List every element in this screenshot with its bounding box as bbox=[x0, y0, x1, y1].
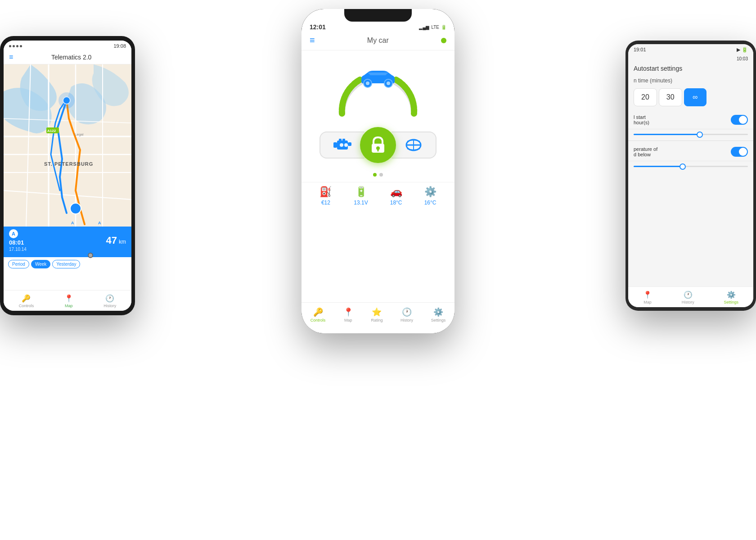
history-icon: 🕐 bbox=[105, 294, 114, 303]
center-hamburger-icon[interactable]: ≡ bbox=[310, 35, 315, 45]
section-title-time: n time (minutes) bbox=[628, 76, 753, 86]
temp-out-icon: 🚗 bbox=[390, 186, 402, 198]
left-status-bar: 19:08 bbox=[4, 41, 131, 51]
remote-icon bbox=[404, 137, 423, 153]
left-phone: 19:08 ≡ Telematics 2.0 bbox=[0, 36, 135, 315]
svg-point-29 bbox=[344, 143, 348, 147]
center-nav-history[interactable]: 🕐 History bbox=[400, 307, 413, 322]
left-bottom-nav: 🔑 Controls 📍 Map 🕐 History bbox=[4, 290, 131, 311]
center-phone: 12:01 ▂▄▆ LTE 🔋 ≡ My car bbox=[302, 9, 454, 333]
dot-inactive bbox=[379, 173, 383, 177]
key-icon: 🔑 bbox=[22, 294, 31, 303]
svg-text:Legal: Legal bbox=[75, 132, 84, 136]
status-item-temp-out: 🚗 18°C bbox=[390, 186, 402, 206]
trip-time: 08:01 bbox=[9, 239, 24, 246]
car-icon bbox=[358, 66, 398, 93]
right-time: 19:01 bbox=[634, 47, 646, 53]
car-gauge-section bbox=[302, 50, 454, 123]
center-status-icons: ▂▄▆ LTE 🔋 bbox=[419, 25, 446, 30]
center-bottom-nav: 🔑 Controls 📍 Map ⭐ Rating 🕐 History ⚙️ S… bbox=[302, 302, 454, 333]
right-app-title: Autostart settings bbox=[634, 65, 682, 72]
center-screen: 12:01 ▂▄▆ LTE 🔋 ≡ My car bbox=[302, 9, 454, 333]
right-nav-map[interactable]: 📍 Map bbox=[643, 290, 652, 304]
right-nav-history[interactable]: 🕐 History bbox=[682, 290, 694, 304]
svg-rect-27 bbox=[348, 142, 351, 146]
trip-unit: km bbox=[119, 239, 126, 245]
notch bbox=[344, 9, 412, 22]
left-app-header: ≡ Telematics 2.0 bbox=[4, 51, 131, 64]
svg-point-20 bbox=[366, 82, 369, 85]
slider-fill-1 bbox=[634, 134, 702, 135]
battery-status-icon: 🔋 bbox=[355, 186, 367, 198]
fuel-icon: ⛽ bbox=[320, 186, 332, 198]
dot2 bbox=[13, 45, 15, 47]
setting-row-1: l starthour(s) bbox=[628, 111, 753, 129]
slider-row-1 bbox=[628, 129, 753, 139]
time-btn-inf[interactable]: ∞ bbox=[684, 88, 706, 106]
left-app-title: Telematics 2.0 bbox=[17, 54, 126, 61]
toggle-1[interactable] bbox=[731, 115, 748, 125]
slider-row-2 bbox=[628, 161, 753, 171]
svg-text:A122: A122 bbox=[47, 129, 56, 133]
period-btn-week[interactable]: Week bbox=[31, 260, 50, 268]
dot-active bbox=[373, 173, 377, 177]
period-bar: Period Week Yesterday bbox=[4, 257, 131, 271]
center-nav-rating-label: Rating bbox=[371, 318, 382, 322]
lock-btn[interactable] bbox=[360, 127, 396, 163]
right-screen: 19:01 ▶ 🔋 10:03 Autostart settings n tim… bbox=[628, 44, 753, 307]
slider-thumb-1[interactable] bbox=[697, 132, 703, 138]
right-battery-time: 10:03 bbox=[628, 55, 753, 63]
remote-btn[interactable] bbox=[392, 132, 436, 159]
signal-icon: ▂▄▆ bbox=[419, 25, 429, 30]
nav-label-history: History bbox=[104, 304, 116, 308]
nav-item-history[interactable]: 🕐 History bbox=[104, 294, 116, 308]
center-settings-icon: ⚙️ bbox=[433, 307, 443, 317]
center-nav-map-label: Map bbox=[344, 318, 352, 322]
battery-icon: 🔋 bbox=[441, 25, 446, 30]
time-btn-30-label: 30 bbox=[666, 93, 675, 101]
trip-info-bar: A 08:01 17.10.14 47 km bbox=[4, 227, 131, 254]
temp-out-value: 18°C bbox=[390, 200, 402, 206]
toggle-2[interactable] bbox=[731, 147, 748, 157]
center-nav-rating[interactable]: ⭐ Rating bbox=[371, 307, 382, 322]
period-btn-yesterday[interactable]: Yesterday bbox=[52, 260, 80, 268]
map-svg: A A ST. PETERSBURG A122 Legal bbox=[4, 64, 131, 227]
status-values-row: ⛽ €12 🔋 13.1V 🚗 18°C ⚙️ 16°C bbox=[302, 182, 454, 213]
nav-item-controls[interactable]: 🔑 Controls bbox=[19, 294, 34, 308]
center-time: 12:01 bbox=[310, 23, 326, 31]
slider-thumb-2[interactable] bbox=[680, 163, 686, 170]
battery-time-label: 10:03 bbox=[737, 56, 748, 61]
time-btn-30[interactable]: 30 bbox=[659, 88, 682, 106]
right-nav-map-label: Map bbox=[644, 300, 652, 304]
time-btn-20-label: 20 bbox=[641, 93, 649, 101]
time-btn-20[interactable]: 20 bbox=[634, 88, 657, 106]
center-nav-settings-label: Settings bbox=[431, 318, 446, 322]
center-nav-controls[interactable]: 🔑 Controls bbox=[310, 307, 326, 322]
right-nav-settings[interactable]: ⚙️ Settings bbox=[724, 290, 739, 304]
slider-track-2 bbox=[634, 166, 748, 167]
dot3 bbox=[16, 45, 18, 47]
center-map-icon: 📍 bbox=[343, 307, 353, 317]
signal-dots bbox=[9, 45, 22, 47]
period-btn-period[interactable]: Period bbox=[8, 260, 29, 268]
progress-thumb[interactable] bbox=[88, 253, 93, 258]
nav-label-controls: Controls bbox=[19, 304, 34, 308]
svg-rect-26 bbox=[342, 139, 345, 141]
nav-item-map[interactable]: 📍 Map bbox=[64, 294, 73, 308]
center-nav-settings[interactable]: ⚙️ Settings bbox=[431, 307, 446, 322]
right-app-header: Autostart settings bbox=[628, 63, 753, 76]
map-icon: 📍 bbox=[64, 294, 73, 303]
lock-icon bbox=[370, 136, 386, 154]
svg-rect-25 bbox=[339, 139, 342, 141]
center-nav-map[interactable]: 📍 Map bbox=[343, 307, 353, 322]
trip-badge: A bbox=[9, 229, 18, 238]
lock-section bbox=[302, 123, 454, 168]
slider-fill-2 bbox=[634, 166, 685, 167]
temp-in-value: 16°C bbox=[424, 200, 436, 206]
hamburger-icon[interactable]: ≡ bbox=[9, 53, 13, 61]
map-area[interactable]: A A ST. PETERSBURG A122 Legal bbox=[4, 64, 131, 227]
left-phone-screen: 19:08 ≡ Telematics 2.0 bbox=[4, 41, 131, 311]
left-status-time: 19:08 bbox=[113, 43, 126, 49]
dot4 bbox=[20, 45, 22, 47]
engine-btn[interactable] bbox=[320, 132, 364, 159]
